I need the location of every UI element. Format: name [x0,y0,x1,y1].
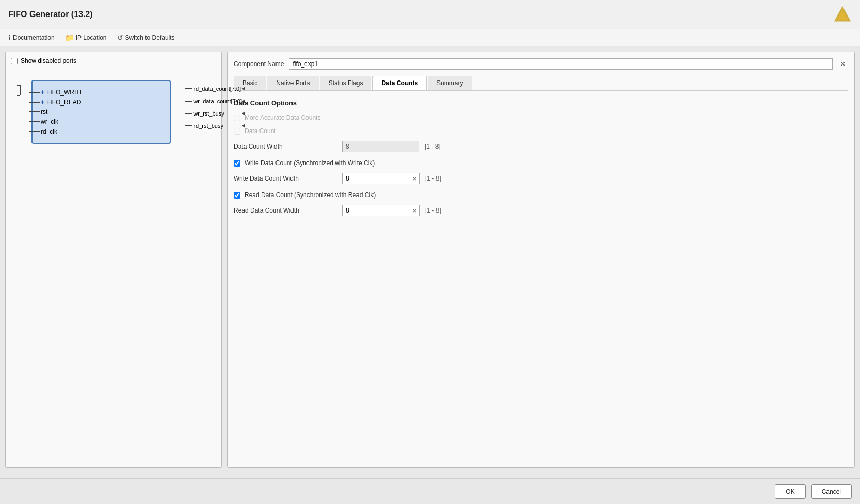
left-panel: Show disabled ports + FIFO_WRITE + [5,52,222,468]
read-data-count-checkbox[interactable] [234,192,240,199]
data-count-label: Data Count [245,127,379,135]
ok-button[interactable]: OK [775,484,805,499]
write-data-count-checkbox[interactable] [234,160,240,167]
more-accurate-data-counts-row: More Accurate Data Counts [234,114,848,121]
fifo-box: + FIFO_WRITE + FIFO_READ rst [31,80,171,144]
tab-status-flags[interactable]: Status Flags [320,76,372,90]
read-data-count-width-clear-btn[interactable]: ✕ [410,207,419,215]
write-data-count-width-input[interactable] [343,173,410,184]
tabs: Basic Native Ports Status Flags Data Cou… [234,76,848,91]
component-name-clear-btn[interactable]: ✕ [838,60,848,68]
folder-icon: 📁 [65,34,74,42]
wr-data-count-port: wr_data_count[7:0] [193,98,242,104]
app-title: FIFO Generator (13.2) [8,10,93,19]
data-count-checkbox[interactable] [234,128,240,135]
bus-lines-svg [17,80,31,144]
show-disabled-checkbox[interactable] [11,58,18,64]
bottom-bar: OK Cancel [0,478,860,504]
ip-location-link[interactable]: 📁 IP Location [65,34,107,42]
right-ports: rd_data_count[7:0] wr_data_count[7:0] wr… [193,84,242,131]
tab-data-counts[interactable]: Data Counts [372,76,427,90]
component-name-input[interactable] [289,58,833,70]
write-data-count-label: Write Data Count (Synchronized with Writ… [245,159,379,167]
fifo-diagram: + FIFO_WRITE + FIFO_READ rst [31,80,216,144]
read-data-count-width-input[interactable] [343,205,410,216]
switch-defaults-link[interactable]: ↺ Switch to Defaults [117,34,175,42]
component-name-row: Component Name ✕ [234,58,848,70]
write-data-count-row: Write Data Count (Synchronized with Writ… [234,159,848,167]
read-data-count-width-input-group: ✕ [342,205,420,216]
title-bar: FIFO Generator (13.2) [0,0,860,29]
fifo-write-port: + FIFO_WRITE [41,89,118,96]
read-data-count-width-label: Read Data Count Width [234,207,337,214]
read-data-count-row: Read Data Count (Synchronized with Read … [234,191,848,199]
right-panel: Component Name ✕ Basic Native Ports Stat… [227,52,855,468]
read-data-count-width-range: [1 - 8] [425,207,441,214]
section-title: Data Count Options [234,99,848,107]
show-disabled-label: Show disabled ports [21,57,76,64]
write-data-count-width-row: Write Data Count Width ✕ [1 - 8] [234,173,848,184]
more-accurate-label: More Accurate Data Counts [245,114,379,121]
wr-clk-port: wr_clk [41,118,118,125]
data-count-row: Data Count [234,127,848,135]
info-icon: ℹ [8,34,11,42]
write-data-count-width-input-group: ✕ [342,173,420,184]
write-data-count-width-clear-btn[interactable]: ✕ [410,175,419,183]
main-layout: Show disabled ports + FIFO_WRITE + [0,46,860,473]
rd-clk-port: rd_clk [41,128,118,135]
data-count-width-input[interactable] [342,141,419,152]
refresh-icon: ↺ [117,34,123,42]
app-logo [833,5,852,24]
cancel-button[interactable]: Cancel [811,484,852,499]
rd-data-count-port: rd_data_count[7:0] [193,86,242,92]
fifo-read-port: + FIFO_READ [41,99,118,106]
data-count-width-label: Data Count Width [234,143,337,150]
data-count-width-row: Data Count Width [1 - 8] [234,141,848,152]
read-data-count-label: Read Data Count (Synchronized with Read … [245,191,379,199]
tab-summary[interactable]: Summary [428,76,472,90]
read-data-count-width-row: Read Data Count Width ✕ [1 - 8] [234,205,848,216]
more-accurate-checkbox[interactable] [234,115,240,121]
write-data-count-width-range: [1 - 8] [425,175,441,182]
data-count-width-range: [1 - 8] [425,143,441,150]
data-count-options-section: Data Count Options More Accurate Data Co… [234,99,848,216]
write-data-count-width-label: Write Data Count Width [234,175,337,182]
documentation-link[interactable]: ℹ Documentation [8,34,55,42]
component-name-label: Component Name [234,60,284,68]
rst-port: rst [41,108,118,116]
show-disabled-ports-row: Show disabled ports [11,57,216,64]
tab-native-ports[interactable]: Native Ports [267,76,318,90]
toolbar: ℹ Documentation 📁 IP Location ↺ Switch t… [0,29,860,46]
